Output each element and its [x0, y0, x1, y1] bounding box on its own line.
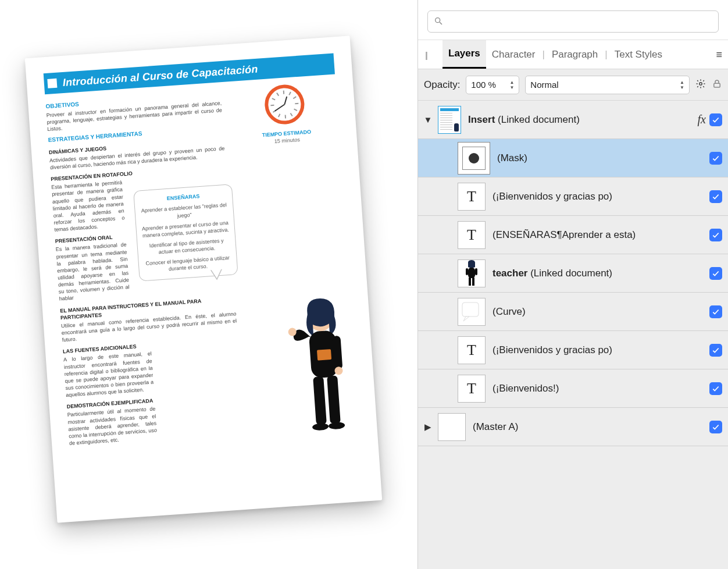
studio-panel: || Layers Character | Paragraph | Text S…	[417, 0, 728, 569]
visibility-checkbox[interactable]	[709, 382, 722, 395]
layers-list[interactable]: ▼Insert (Linked document)fx▶(Mask)▶T(¡Bi…	[418, 101, 728, 569]
opacity-stepper[interactable]: ▲▼	[509, 80, 514, 90]
layer-name: (¡Bienvenidos y gracias po)	[493, 344, 709, 356]
layer-thumb-text: T	[458, 183, 486, 211]
layer-name: (ENSEÑARAS¶Aprender a esta)	[493, 229, 709, 241]
expand-arrow: ▶	[418, 383, 438, 394]
svg-point-12	[700, 83, 702, 86]
layer-thumb-text: T	[458, 375, 486, 403]
panel-drag-handle[interactable]: ||	[425, 49, 426, 59]
visibility-checkbox[interactable]	[709, 113, 722, 126]
layer-thumb-text: T	[458, 221, 486, 249]
svg-line-11	[440, 22, 442, 24]
expand-arrow[interactable]: ▼	[418, 115, 438, 125]
layer-thumb-doc	[438, 106, 461, 134]
gear-icon[interactable]	[695, 79, 706, 91]
layer-name: teacher (Linked document)	[493, 268, 709, 279]
opacity-field[interactable]: 100 % ▲▼	[466, 76, 519, 94]
tab-text-styles[interactable]: Text Styles	[609, 40, 668, 69]
layer-name: (Master A)	[473, 421, 709, 433]
svg-rect-20	[462, 303, 479, 316]
svg-point-5	[312, 423, 329, 431]
lock-icon[interactable]	[712, 79, 722, 91]
svg-point-6	[329, 422, 345, 430]
page-title: Introducción al Curso de Capacitación	[62, 62, 258, 90]
visibility-checkbox[interactable]	[709, 229, 722, 241]
layer-name: (Curve)	[493, 306, 709, 318]
opacity-row: Opacity: 100 % ▲▼ Normal ▲▼	[418, 69, 728, 101]
doc-right-column: TIEMPO ESTIMADO 15 minutos ENSEÑARAS Apr…	[231, 79, 359, 434]
expand-arrow: ▶	[418, 345, 438, 355]
layer-name: (¡Bienvenidos!)	[493, 383, 709, 394]
bubble-line-1: Aprender a establecer las "reglas del ju…	[140, 201, 229, 222]
svg-rect-3	[313, 376, 327, 425]
expand-arrow: ▶	[418, 153, 438, 163]
visibility-checkbox[interactable]	[709, 344, 722, 357]
search-input[interactable]	[447, 16, 712, 27]
layer-row[interactable]: ▼Insert (Linked document)fx	[418, 101, 728, 139]
expand-arrow[interactable]: ▶	[418, 422, 438, 432]
svg-rect-18	[466, 268, 468, 275]
layer-row[interactable]: ▶T(¡Bienvenidos y gracias po)	[418, 177, 728, 216]
layer-row[interactable]: ▶(Master A)	[418, 408, 728, 446]
tab-character[interactable]: Character	[486, 40, 541, 69]
layer-thumb-curve	[458, 298, 486, 326]
svg-rect-16	[469, 278, 471, 286]
visibility-checkbox[interactable]	[709, 267, 722, 280]
svg-rect-4	[327, 375, 341, 424]
layer-row[interactable]: ▶T(¡Bienvenidos y gracias po)	[418, 331, 728, 369]
blend-stepper[interactable]: ▲▼	[680, 80, 684, 90]
svg-rect-17	[472, 278, 474, 286]
document-page: Introducción al Curso de Capacitación OB…	[25, 35, 382, 522]
document-canvas[interactable]: Introducción al Curso de Capacitación OB…	[0, 0, 417, 569]
layer-name: (Mask)	[497, 152, 709, 164]
panel-menu-icon[interactable]: ≡	[716, 48, 722, 61]
teacher-illustration	[279, 293, 363, 437]
title-square	[47, 79, 57, 88]
opacity-label: Opacity:	[424, 79, 460, 91]
opacity-value: 100 %	[471, 80, 496, 90]
visibility-checkbox[interactable]	[709, 190, 722, 203]
expand-arrow: ▶	[418, 268, 438, 279]
layer-thumb-blank	[438, 413, 466, 441]
svg-rect-2	[317, 349, 331, 361]
tab-divider: |	[542, 49, 544, 61]
blend-mode-value: Normal	[530, 80, 558, 90]
expand-arrow: ▶	[418, 191, 438, 202]
svg-point-10	[436, 17, 440, 22]
layer-row[interactable]: ▶T(ENSEÑARAS¶Aprender a esta)	[418, 216, 728, 254]
speech-bubble: ENSEÑARAS Aprender a establecer las "reg…	[133, 184, 238, 282]
svg-rect-13	[714, 83, 720, 87]
search-field[interactable]	[427, 10, 719, 33]
visibility-checkbox[interactable]	[709, 152, 722, 165]
layer-name: (¡Bienvenidos y gracias po)	[493, 191, 709, 202]
panel-tabs: || Layers Character | Paragraph | Text S…	[418, 40, 728, 69]
svg-rect-15	[468, 268, 475, 278]
layer-row[interactable]: ▶(Curve)	[418, 293, 728, 331]
search-bar	[418, 0, 728, 40]
layer-thumb-text: T	[458, 336, 486, 364]
layer-name: Insert (Linked document)	[468, 114, 698, 126]
fx-icon[interactable]: fx	[698, 113, 706, 126]
layer-row[interactable]: ▶T(¡Bienvenidos!)	[418, 369, 728, 408]
bubble-line-2: Aprender a presentar el curso de una man…	[141, 219, 230, 239]
visibility-checkbox[interactable]	[709, 421, 722, 433]
layer-row[interactable]: ▶teacher (Linked document)	[418, 254, 728, 293]
tab-layers[interactable]: Layers	[442, 40, 486, 69]
blend-mode-field[interactable]: Normal ▲▼	[525, 76, 690, 94]
svg-rect-19	[475, 268, 477, 275]
visibility-checkbox[interactable]	[709, 305, 722, 318]
layer-thumb-teacher	[458, 259, 486, 287]
bubble-line-3: Identificar al tipo de asistentes y actu…	[142, 237, 231, 257]
tab-paragraph[interactable]: Paragraph	[546, 40, 604, 69]
expand-arrow: ▶	[418, 230, 438, 240]
expand-arrow: ▶	[418, 307, 438, 317]
search-icon	[434, 16, 443, 27]
layer-row[interactable]: ▶(Mask)	[418, 139, 728, 177]
layer-thumb-mask	[458, 142, 490, 175]
clock-icon	[263, 84, 306, 126]
tab-divider: |	[605, 49, 607, 61]
